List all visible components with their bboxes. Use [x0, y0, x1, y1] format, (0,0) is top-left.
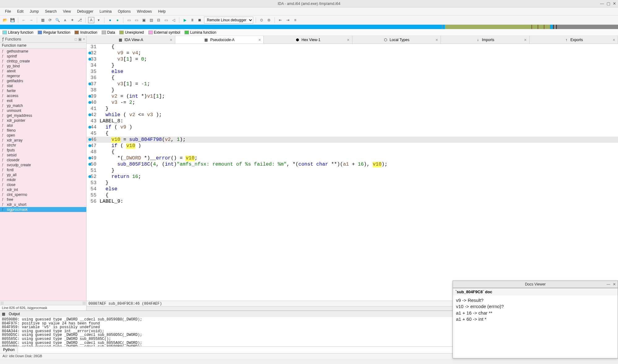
function-row[interactable]: ƒyp_match [0, 103, 86, 108]
code-line[interactable]: 51 } [87, 167, 618, 174]
bp2-icon[interactable]: ⊚ [266, 17, 272, 23]
function-row[interactable]: ƒget_myaddress [0, 113, 86, 118]
horizontal-scrollbar[interactable] [0, 301, 86, 305]
xref-icon[interactable]: ✶ [69, 17, 75, 23]
menu-lumina[interactable]: Lumina [96, 8, 115, 15]
dot2-icon[interactable]: ● [114, 17, 121, 23]
code-text[interactable]: { [100, 149, 618, 155]
code-text[interactable]: while ( v2 <= v3 ); [100, 112, 618, 118]
breakpoint-icon[interactable] [88, 95, 91, 98]
tab-close-icon[interactable]: × [613, 37, 615, 42]
breakpoint-icon[interactable] [88, 175, 91, 178]
search-icon[interactable]: 🔍 [54, 17, 61, 23]
indent3-icon[interactable]: ≡ [292, 17, 298, 23]
function-row[interactable]: ƒclnttcp_create [0, 59, 86, 64]
function-row[interactable]: ƒstat [0, 83, 86, 88]
function-row[interactable]: ƒfputs [0, 148, 86, 153]
code-line[interactable]: 37 v3[1] = -1; [87, 81, 618, 87]
minimize-icon[interactable]: — [600, 1, 604, 6]
code-text[interactable]: { [100, 192, 618, 198]
code-line[interactable]: 55 { [87, 192, 618, 198]
function-row[interactable]: ƒstrchr [0, 143, 86, 148]
code-text[interactable]: else [100, 69, 618, 75]
tab-close-icon[interactable]: × [170, 37, 172, 42]
segment-icon[interactable]: ▦ [40, 17, 46, 23]
function-row[interactable]: ƒgethostname [0, 49, 86, 54]
function-row[interactable]: ƒfcntl [0, 167, 86, 172]
function-row[interactable]: ƒsvcudp_create [0, 163, 86, 167]
refresh-icon[interactable]: ⟳ [47, 17, 53, 23]
tab-exports[interactable]: ↑Exports× [530, 36, 618, 44]
code-line[interactable]: 56LABEL_9: [87, 198, 618, 205]
console-label[interactable]: Python [0, 347, 18, 353]
breakpoint-icon[interactable] [88, 138, 91, 141]
code-text[interactable]: return 16; [100, 174, 618, 180]
menu-view[interactable]: View [60, 8, 74, 15]
code-text[interactable]: v3[1] = 0; [100, 56, 618, 62]
code-text[interactable]: sub_805F18C(4, (int)"amfs_nfsx: remount … [100, 161, 618, 167]
menu-file[interactable]: File [2, 8, 14, 15]
tab-close-icon[interactable]: × [436, 37, 438, 42]
tab-ida-view-a[interactable]: ▦IDA View-A× [87, 36, 175, 44]
code-text[interactable]: v9 = v4; [100, 50, 618, 56]
docs-min-icon[interactable]: — [607, 282, 610, 286]
open-icon[interactable]: 📂 [2, 17, 8, 23]
code-line[interactable]: 34 } [87, 62, 618, 69]
code-line[interactable]: 41 } [87, 106, 618, 112]
code-text[interactable]: } [100, 106, 618, 112]
function-row[interactable]: ƒclosedir [0, 158, 86, 163]
dot1-icon[interactable]: ● [107, 17, 113, 23]
tab-imports[interactable]: ↓Imports× [441, 36, 530, 44]
code-text[interactable]: v2 = (int *)v1[1]; [100, 93, 618, 99]
tab-close-icon[interactable]: × [258, 37, 261, 42]
indent2-icon[interactable]: ⇥ [285, 17, 291, 23]
code-line[interactable]: 36 { [87, 75, 618, 81]
code-text[interactable]: v3 -= 2; [100, 99, 618, 106]
function-row[interactable]: ƒatoi [0, 123, 86, 128]
code-line[interactable]: 54 else [87, 186, 618, 192]
function-row[interactable]: ƒmkdir [0, 177, 86, 182]
code-line[interactable]: 42 while ( v2 <= v3 ); [87, 112, 618, 118]
code-line[interactable]: 39 v2 = (int *)v1[1]; [87, 93, 618, 99]
code-line[interactable]: 44 if ( v9 ) [87, 124, 618, 130]
functions-column-header[interactable]: Function name [0, 43, 86, 49]
code-text[interactable]: if ( v9 ) [100, 124, 618, 130]
function-row[interactable]: ƒfileno [0, 128, 86, 133]
code-line[interactable]: 52 return 16; [87, 174, 618, 180]
code-line[interactable]: 35 else [87, 69, 618, 75]
function-row[interactable]: ƒsprintf [0, 54, 86, 59]
code-line[interactable]: 33 v3[1] = 0; [87, 56, 618, 62]
pause-icon[interactable]: ⏸ [189, 17, 195, 23]
code-text[interactable]: v3[1] = -1; [100, 81, 618, 87]
breakpoint-icon[interactable] [88, 113, 91, 116]
code-line[interactable]: 32 v9 = v4; [87, 50, 618, 56]
graph-icon[interactable]: ⎇ [77, 17, 83, 23]
code-line[interactable]: 49 *(_DWORD *)__error() = v10; [87, 155, 618, 161]
function-row[interactable]: ƒxdr_int [0, 187, 86, 192]
forward-icon[interactable]: → [28, 17, 34, 23]
menu-debugger[interactable]: Debugger [74, 8, 96, 15]
menu-edit[interactable]: Edit [14, 8, 27, 15]
code-text[interactable]: { [100, 130, 618, 137]
function-row[interactable]: ƒregerror [0, 74, 86, 78]
function-row[interactable]: ƒsetsid [0, 153, 86, 158]
function-row[interactable]: ƒexit [0, 98, 86, 103]
bp-icon[interactable]: ⊙ [258, 17, 265, 23]
box4-icon[interactable]: ▤ [148, 17, 154, 23]
function-row[interactable]: ƒgetifaddrs [0, 78, 86, 83]
panel-max-icon[interactable]: ▣ [78, 37, 82, 41]
menu-options[interactable]: Options [115, 8, 134, 15]
code-line[interactable]: 48 { [87, 149, 618, 155]
docs-close-icon[interactable]: ✕ [613, 282, 616, 286]
function-row[interactable]: ƒsigprocmask [0, 207, 86, 212]
breakpoint-icon[interactable] [88, 157, 91, 159]
debugger-select[interactable]: Remote Linux debugger [204, 17, 253, 23]
breakpoint-icon[interactable] [88, 126, 91, 129]
function-row[interactable]: ƒxdr_u_short [0, 202, 86, 207]
nav-band[interactable] [0, 25, 618, 29]
back-icon[interactable]: ← [21, 17, 27, 23]
function-row[interactable]: ƒclnt_sperrno [0, 192, 86, 197]
breakpoint-icon[interactable] [88, 58, 91, 61]
tab-hex-view-1[interactable]: ⬢Hex View-1× [264, 36, 352, 44]
function-row[interactable]: ƒfwrite [0, 88, 86, 93]
